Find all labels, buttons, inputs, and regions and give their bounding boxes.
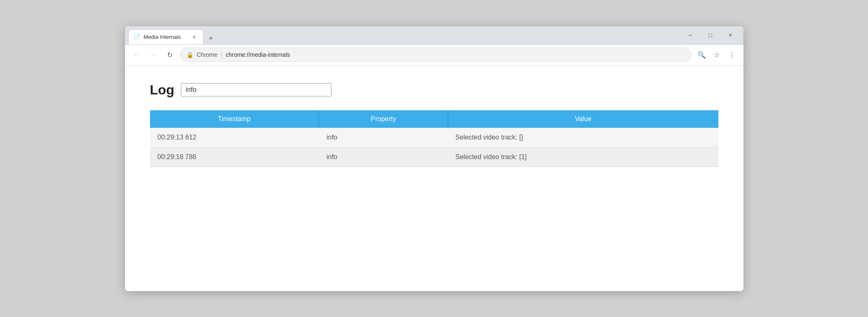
menu-button[interactable]: ⋮	[725, 48, 738, 61]
cell-property: info	[319, 147, 448, 167]
site-name: Chrome	[197, 51, 218, 58]
close-button[interactable]: ×	[721, 28, 740, 42]
address-bar: ← → ↻ 🔒 Chrome | 🔍 ☆ ⋮	[125, 45, 743, 66]
address-actions: 🔍 ☆ ⋮	[695, 48, 738, 61]
table-row: 00:29:13 612infoSelected video track: []	[150, 128, 718, 147]
log-table: Timestamp Property Value 00:29:13 612inf…	[150, 110, 718, 167]
table-body: 00:29:13 612infoSelected video track: []…	[150, 128, 718, 167]
log-filter-input[interactable]	[181, 83, 331, 96]
col-header-property: Property	[319, 110, 448, 128]
log-header: Log	[150, 82, 718, 98]
log-label: Log	[150, 82, 175, 98]
browser-window: 📄 Media Internals × + − □ × ← → ↻ 🔒 Chro…	[125, 26, 743, 291]
address-input[interactable]	[226, 51, 685, 58]
maximize-button[interactable]: □	[701, 28, 720, 42]
new-tab-button[interactable]: +	[205, 33, 217, 44]
page-content: Log Timestamp Property Value 00:29:13 61…	[125, 66, 743, 291]
col-header-value: Value	[448, 110, 718, 128]
window-controls: − □ ×	[681, 28, 740, 42]
security-icon: 🔒	[186, 51, 193, 58]
tab-close-button[interactable]: ×	[191, 33, 198, 41]
active-tab[interactable]: 📄 Media Internals ×	[128, 29, 204, 44]
search-button[interactable]: 🔍	[695, 48, 708, 61]
cell-timestamp: 00:29:13 612	[150, 128, 319, 147]
cell-timestamp: 00:29:18 786	[150, 147, 319, 167]
reload-button[interactable]: ↻	[163, 48, 177, 61]
forward-button[interactable]: →	[147, 48, 160, 61]
minimize-button[interactable]: −	[681, 28, 700, 42]
address-input-wrapper[interactable]: 🔒 Chrome |	[180, 48, 692, 62]
tab-favicon-icon: 📄	[134, 34, 140, 41]
tab-bar: 📄 Media Internals × +	[128, 26, 681, 45]
cell-value: Selected video track: [1]	[448, 147, 718, 167]
address-divider: |	[221, 51, 222, 58]
bookmark-button[interactable]: ☆	[710, 48, 723, 61]
back-button[interactable]: ←	[130, 48, 143, 61]
cell-value: Selected video track: []	[448, 128, 718, 147]
table-header: Timestamp Property Value	[150, 110, 718, 128]
table-row: 00:29:18 786infoSelected video track: [1…	[150, 147, 718, 167]
cell-property: info	[319, 128, 448, 147]
title-bar: 📄 Media Internals × + − □ ×	[125, 26, 743, 45]
tab-title: Media Internals	[144, 34, 187, 40]
col-header-timestamp: Timestamp	[150, 110, 319, 128]
